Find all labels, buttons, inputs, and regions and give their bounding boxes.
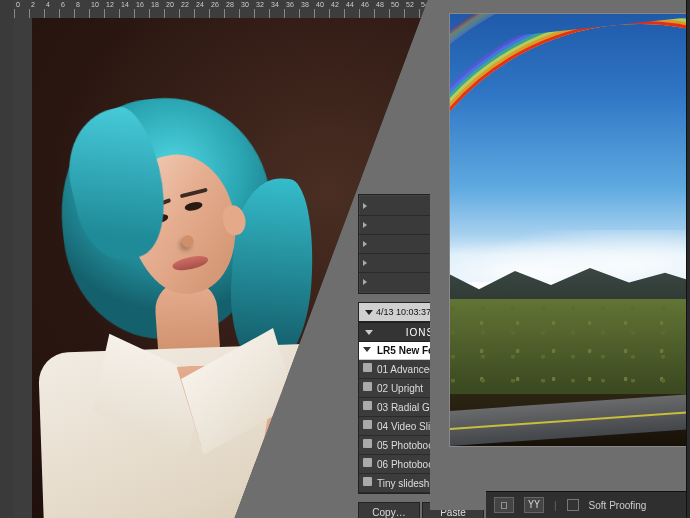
disclosure-right-icon <box>363 222 367 228</box>
compare-view-button[interactable]: YY <box>524 497 544 513</box>
disclosure-right-icon <box>363 260 367 266</box>
ruler-tick: 32 <box>254 9 269 18</box>
disclosure-right-icon <box>363 279 367 285</box>
copy-settings-button[interactable]: Copy… <box>358 502 420 518</box>
ruler-tick: 34 <box>269 9 284 18</box>
ruler-tick: 50 <box>389 9 404 18</box>
lr-loupe-stage <box>430 0 690 510</box>
ruler-tick: 20 <box>164 9 179 18</box>
collection-icon <box>363 458 372 467</box>
ruler-tick: 28 <box>224 9 239 18</box>
ruler-tick: 48 <box>374 9 389 18</box>
disclosure-right-icon <box>363 241 367 247</box>
collection-icon <box>363 382 372 391</box>
ruler-tick: 52 <box>404 9 419 18</box>
ruler-tick: 42 <box>329 9 344 18</box>
compare-icon: YY <box>528 500 540 510</box>
ruler-tick: 12 <box>104 9 119 18</box>
ruler-tick: 24 <box>194 9 209 18</box>
ruler-tick: 22 <box>179 9 194 18</box>
ruler-tick: 10 <box>89 9 104 18</box>
ps-tools-strip[interactable] <box>0 0 15 518</box>
ruler-tick: 14 <box>119 9 134 18</box>
disclosure-down-icon <box>363 347 371 352</box>
lr-right-panel-edge[interactable] <box>686 0 690 518</box>
landscape-photo[interactable] <box>450 14 690 446</box>
ruler-tick: 46 <box>359 9 374 18</box>
soft-proof-checkbox[interactable] <box>567 499 579 511</box>
ruler-tick: 18 <box>149 9 164 18</box>
disclosure-down-icon <box>365 310 373 315</box>
ruler-tick: 44 <box>344 9 359 18</box>
collection-icon <box>363 363 372 372</box>
ruler-tick: 30 <box>239 9 254 18</box>
ruler-tick: 2 <box>29 9 44 18</box>
ruler-tick: 0 <box>14 9 29 18</box>
collection-icon <box>363 420 372 429</box>
square-icon: □ <box>501 500 507 510</box>
lr-bottom-toolbar: □ YY | Soft Proofing <box>486 491 690 518</box>
collection-icon <box>363 477 372 486</box>
soft-proof-label: Soft Proofing <box>589 500 647 511</box>
collection-icon <box>363 401 372 410</box>
collection-label: 02 Upright <box>377 383 423 394</box>
ruler-tick: 36 <box>284 9 299 18</box>
disclosure-right-icon <box>363 203 367 209</box>
ruler-left[interactable] <box>14 18 33 518</box>
disclosure-down-icon <box>365 330 373 335</box>
ruler-tick: 4 <box>44 9 59 18</box>
ruler-tick: 6 <box>59 9 74 18</box>
ruler-tick: 40 <box>314 9 329 18</box>
ruler-tick: 38 <box>299 9 314 18</box>
loupe-view-button[interactable]: □ <box>494 497 514 513</box>
ruler-tick: 16 <box>134 9 149 18</box>
ruler-tick: 26 <box>209 9 224 18</box>
collection-icon <box>363 439 372 448</box>
ruler-tick: 8 <box>74 9 89 18</box>
